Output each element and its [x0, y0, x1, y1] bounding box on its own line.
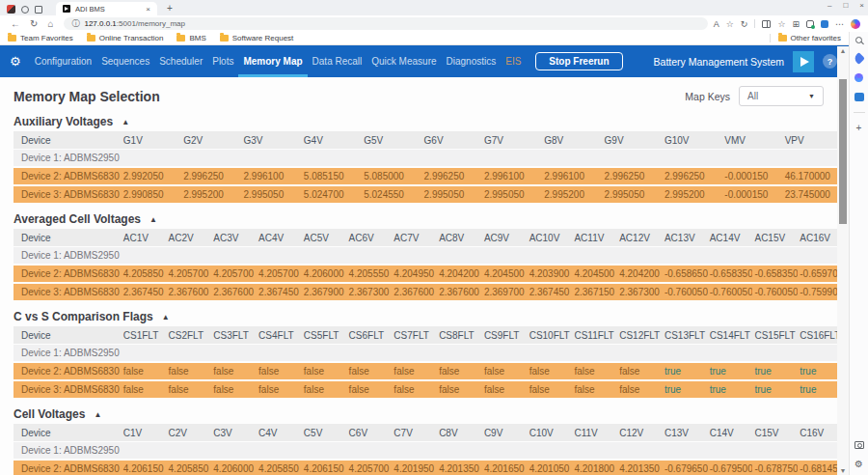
table-row[interactable]: Device 1: ADBMS2950 [14, 345, 843, 361]
column-header: AC16V [798, 233, 843, 243]
collapse-icon[interactable]: ▲ [149, 215, 157, 224]
read-aloud-icon[interactable]: A [714, 19, 719, 29]
settings-gear-icon[interactable]: ⚙ [10, 54, 21, 69]
table-row[interactable]: Device 2: ADBMS6830falsefalsefalsefalsef… [14, 363, 843, 379]
nav-item-diagnostics[interactable]: Diagnostics [442, 45, 502, 77]
run-play-icon[interactable] [793, 51, 814, 72]
stop-freerun-button[interactable]: Stop Freerun [535, 52, 622, 70]
split-screen-icon[interactable] [762, 20, 771, 28]
help-icon[interactable]: ? [823, 54, 837, 69]
table-row[interactable]: Device 3: ADBMS68302.9908502.9952002.995… [14, 186, 843, 203]
nav-item-scheduler[interactable]: Scheduler [154, 45, 207, 77]
nav-item-plots[interactable]: Plots [207, 45, 238, 77]
bookmark-label: Team Favorites [20, 34, 73, 42]
value-cell: false [122, 384, 167, 395]
favorites-bar-icon[interactable]: ☆ [777, 19, 785, 29]
section-title: Auxiliary Voltages [14, 115, 113, 128]
favorite-star-icon[interactable]: ☆ [726, 19, 734, 29]
vertical-tabs-icon[interactable] [35, 6, 42, 14]
map-keys-select[interactable]: All ▼ [739, 86, 824, 106]
table-row[interactable]: Device 2: ADBMS68304.2061504.2058504.206… [14, 461, 843, 475]
scroll-up-icon[interactable]: ▲ [837, 47, 849, 54]
table-row[interactable]: Device 1: ADBMS2950 [14, 150, 843, 166]
window-close-button[interactable]: × [859, 1, 864, 11]
tab-actions-icon[interactable] [21, 6, 29, 14]
workspace-icon[interactable] [7, 5, 15, 14]
section-header-auxiliary-voltages[interactable]: Auxiliary Voltages▲ [0, 112, 843, 131]
settings-more-icon[interactable]: ⋯ [835, 19, 844, 29]
nav-item-configuration[interactable]: Configuration [30, 45, 96, 77]
bookmark-team-favorites[interactable]: Team Favorites [8, 34, 73, 42]
nav-item-quick-measure[interactable]: Quick Measure [366, 45, 441, 77]
value-cell: 4.206000 [302, 268, 347, 279]
nav-item-data-recall[interactable]: Data Recall [308, 45, 367, 77]
scroll-down-icon[interactable]: ▼ [837, 467, 849, 474]
nav-item-memory-map[interactable]: Memory Map [238, 45, 307, 77]
section-header-averaged-cell-voltages[interactable]: Averaged Cell Voltages▲ [0, 210, 843, 229]
table-row[interactable]: Device 2: ADBMS68302.9920502.9962502.996… [14, 168, 843, 184]
window-maximize-button[interactable]: □ [843, 1, 848, 11]
table-row[interactable]: Device 3: ADBMS68302.3674502.3676002.367… [14, 284, 843, 300]
home-icon[interactable]: ⌂ [47, 18, 53, 29]
chevron-down-icon: ▼ [808, 93, 815, 99]
value-cell: 2.369700 [482, 287, 528, 297]
column-header: AC3V [211, 233, 257, 243]
add-sidebar-item-icon[interactable]: + [856, 124, 862, 132]
value-cell: true [752, 384, 798, 395]
workspaces-browser-icon[interactable] [821, 20, 828, 28]
m365-copilot-icon[interactable] [854, 93, 864, 101]
section-header-cell-voltages[interactable]: Cell Voltages▲ [0, 405, 843, 424]
table-row[interactable]: Device 3: ADBMS6830falsefalsefalsefalsef… [14, 381, 843, 398]
other-favorites[interactable]: Other favorites [770, 34, 841, 42]
search-icon[interactable] [855, 37, 862, 43]
column-header: G4V [302, 135, 362, 146]
shopping-icon[interactable] [853, 52, 865, 65]
screenshot-icon[interactable] [854, 441, 864, 449]
nav-item-eis[interactable]: EIS [501, 45, 526, 77]
copilot-icon[interactable] [851, 19, 860, 29]
table-row[interactable]: Device 2: ADBMS68304.2058504.2057004.205… [14, 265, 843, 282]
site-info-icon[interactable]: ⓘ [71, 18, 79, 29]
column-header: CS6FLT [347, 330, 393, 341]
back-icon[interactable]: ← [11, 18, 20, 29]
value-cell: 4.201950 [392, 463, 437, 474]
bookmarks-bar: Team FavoritesOnline TransactionBMSSoftw… [0, 32, 849, 45]
column-header: C4V [257, 428, 302, 438]
window-minimize-button[interactable]: – [827, 1, 831, 11]
collections-icon[interactable]: ⊞ [792, 19, 800, 29]
collapse-icon[interactable]: ▲ [122, 118, 129, 126]
folder-icon [87, 35, 95, 42]
bookmark-online-transaction[interactable]: Online Transaction [87, 34, 164, 42]
value-cell: false [437, 384, 482, 395]
table-row[interactable]: Device 1: ADBMS2950 [14, 247, 843, 264]
refresh-icon[interactable]: ↻ [30, 18, 38, 29]
nav-item-sequences[interactable]: Sequences [96, 45, 154, 77]
essentials-icon[interactable] [854, 73, 863, 82]
value-cell: 4.203900 [528, 268, 573, 279]
value-cell: false [211, 366, 257, 377]
vertical-scrollbar[interactable]: ▲ ▼ [837, 46, 849, 475]
column-header: AC4V [257, 233, 302, 243]
column-header: CS16FLT [798, 330, 843, 341]
value-cell: false [167, 366, 212, 377]
section-title: Averaged Cell Voltages [14, 212, 141, 226]
browser-tab[interactable]: ADI BMS × [56, 2, 157, 15]
value-cell: 23.745000 [783, 189, 843, 200]
bookmark-software-request[interactable]: Software Request [220, 34, 294, 42]
value-cell: 2.995200 [542, 189, 602, 200]
browser-essentials-icon[interactable]: ↻ [741, 19, 748, 29]
table-row[interactable]: Device 1: ADBMS2950 [14, 442, 843, 459]
collapse-icon[interactable]: ▲ [162, 313, 170, 321]
section-header-c-vs-s-comparison-flags[interactable]: C vs S Comparison Flags▲ [0, 307, 843, 326]
column-header: C14V [708, 428, 753, 438]
collapse-icon[interactable]: ▲ [94, 410, 101, 419]
tab-close-icon[interactable]: × [146, 5, 150, 14]
address-bar[interactable]: ⓘ 127.0.0.1:5001/memory_map [64, 17, 707, 30]
column-header: CS5FLT [302, 330, 347, 341]
new-tab-button[interactable]: + [167, 3, 173, 14]
extensions-icon[interactable] [806, 20, 814, 28]
sidebar-settings-icon[interactable]: ⚙ [854, 459, 863, 469]
value-cell: -0.759900 [798, 287, 843, 297]
bookmark-bms[interactable]: BMS [176, 34, 205, 42]
scrollbar-thumb[interactable] [839, 79, 847, 224]
